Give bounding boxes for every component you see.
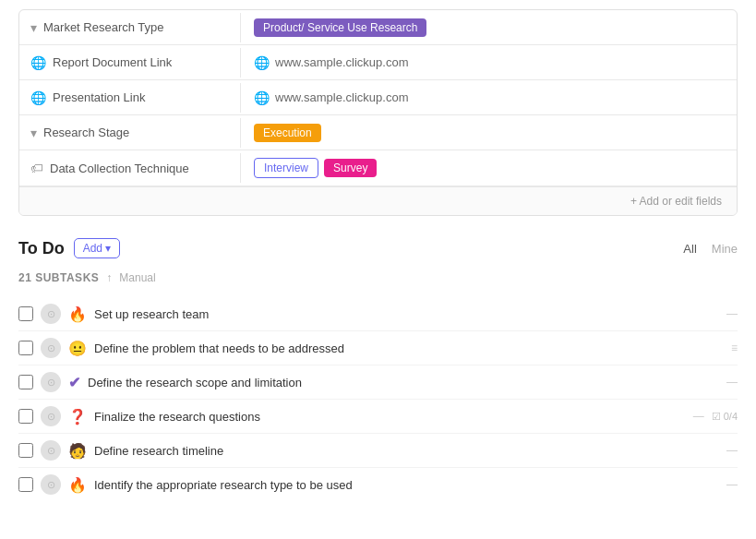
task-dash-1: —	[726, 307, 738, 320]
task-name-2[interactable]: Define the problem that needs to be addr…	[94, 341, 724, 355]
subtasks-count: 21 SUBTASKS	[18, 271, 99, 284]
add-fields-row: + Add or edit fields	[19, 186, 737, 215]
field-value-presentation-link: 🌐 www.sample.clickup.com	[241, 83, 737, 113]
task-checkbox-4[interactable]	[18, 409, 33, 424]
task-avatar-3: ⊙	[41, 372, 61, 392]
field-value-market-research-type: Product/ Service Use Research	[241, 11, 737, 44]
task-avatar-4: ⊙	[41, 406, 61, 426]
task-name-1[interactable]: Set up research team	[94, 307, 719, 321]
todo-left: To Do Add ▾	[18, 238, 120, 258]
add-button[interactable]: Add ▾	[74, 238, 120, 258]
task-row: ⊙ ✔ Define the research scope and limita…	[18, 365, 738, 400]
task-emoji-4: ❓	[68, 408, 87, 425]
task-name-6[interactable]: Identify the appropriate research type t…	[94, 478, 719, 492]
checklist-badge-4: ☑ 0/4	[712, 411, 738, 423]
person-icon: ⊙	[47, 445, 55, 457]
task-checkbox-6[interactable]	[18, 477, 33, 492]
sort-icon: ↑	[106, 271, 112, 284]
person-icon: ⊙	[47, 411, 55, 423]
fields-table: ▾ Market Research Type Product/ Service …	[18, 9, 738, 216]
task-emoji-5: 🧑	[68, 442, 87, 460]
todo-section: To Do Add ▾ All Mine 21 SUBTASKS ↑ Manua…	[18, 238, 738, 501]
subtasks-bar: 21 SUBTASKS ↑ Manual	[18, 268, 738, 288]
person-icon: ⊙	[47, 377, 55, 389]
task-emoji-6: 🔥	[68, 476, 87, 494]
todo-header: To Do Add ▾ All Mine	[18, 238, 738, 258]
task-dash-2: ≡	[731, 341, 738, 354]
task-emoji-2: 😐	[68, 340, 87, 357]
badge-interview[interactable]: Interview	[254, 158, 318, 178]
chevron-down-icon: ▾	[105, 242, 111, 255]
task-row: ⊙ 🔥 Identify the appropriate research ty…	[18, 468, 738, 501]
task-checkbox-2[interactable]	[18, 341, 33, 355]
todo-title: To Do	[18, 239, 65, 258]
link-globe-icon: 🌐	[254, 55, 270, 70]
field-row-data-collection-technique: 🏷 Data Collection Technique Interview Su…	[19, 150, 737, 186]
task-checkbox-3[interactable]	[18, 375, 33, 389]
field-value-report-document-link: 🌐 www.sample.clickup.com	[241, 48, 737, 78]
task-name-5[interactable]: Define research timeline	[94, 444, 719, 458]
filter-all[interactable]: All	[683, 242, 696, 256]
task-dash-6: —	[726, 478, 738, 491]
task-list: ⊙ 🔥 Set up research team — ⊙ 😐 Define th…	[18, 297, 738, 501]
field-label-report-document-link: 🌐 Report Document Link	[19, 48, 241, 78]
task-row: ⊙ 😐 Define the problem that needs to be …	[18, 331, 738, 365]
filter-mine[interactable]: Mine	[712, 242, 738, 256]
add-edit-fields-button[interactable]: + Add or edit fields	[627, 193, 726, 210]
task-name-4[interactable]: Finalize the research questions	[94, 410, 686, 424]
manual-label[interactable]: Manual	[119, 271, 155, 284]
field-label-market-research-type: ▾ Market Research Type	[19, 13, 241, 42]
tag-icon: 🏷	[30, 161, 43, 175]
link-globe-icon-2: 🌐	[254, 90, 270, 105]
task-row: ⊙ 🔥 Set up research team —	[18, 297, 738, 331]
task-row: ⊙ 🧑 Define research timeline —	[18, 434, 738, 468]
field-label-research-stage: ▾ Research Stage	[19, 118, 241, 148]
field-row-report-document-link: 🌐 Report Document Link 🌐 www.sample.clic…	[19, 45, 737, 80]
globe-icon: 🌐	[30, 55, 46, 70]
field-value-data-collection-technique: Interview Survey	[241, 150, 737, 186]
field-value-research-stage: Execution	[241, 116, 737, 150]
task-dash-4: —	[693, 410, 704, 423]
task-emoji-1: 🔥	[68, 305, 87, 323]
task-avatar-2: ⊙	[41, 338, 61, 358]
task-avatar-5: ⊙	[41, 440, 61, 461]
task-checkbox-5[interactable]	[18, 443, 33, 458]
task-avatar-6: ⊙	[41, 474, 61, 495]
task-emoji-3: ✔	[68, 374, 80, 391]
person-icon: ⊙	[47, 479, 55, 491]
badge-execution[interactable]: Execution	[254, 124, 321, 142]
field-label-presentation-link: 🌐 Presentation Link	[19, 83, 241, 113]
badge-survey[interactable]: Survey	[324, 159, 377, 177]
task-name-3[interactable]: Define the research scope and limitation	[88, 376, 719, 389]
task-avatar-1: ⊙	[41, 304, 61, 324]
todo-filter: All Mine	[683, 242, 738, 256]
task-dash-5: —	[726, 444, 738, 457]
field-row-research-stage: ▾ Research Stage Execution	[19, 115, 737, 150]
dropdown-icon: ▾	[30, 20, 37, 35]
field-label-data-collection-technique: 🏷 Data Collection Technique	[19, 153, 241, 183]
task-dash-3: —	[726, 376, 738, 389]
globe-icon-2: 🌐	[30, 90, 46, 105]
field-row-market-research-type: ▾ Market Research Type Product/ Service …	[19, 10, 737, 45]
dropdown-icon-2: ▾	[30, 126, 37, 140]
task-row: ⊙ ❓ Finalize the research questions — ☑ …	[18, 400, 738, 434]
task-checkbox-1[interactable]	[18, 306, 33, 321]
person-icon: ⊙	[47, 342, 55, 354]
field-row-presentation-link: 🌐 Presentation Link 🌐 www.sample.clickup…	[19, 80, 737, 115]
checklist-icon: ☑	[712, 411, 721, 423]
badge-product-service[interactable]: Product/ Service Use Research	[254, 18, 426, 37]
person-icon: ⊙	[47, 308, 55, 320]
